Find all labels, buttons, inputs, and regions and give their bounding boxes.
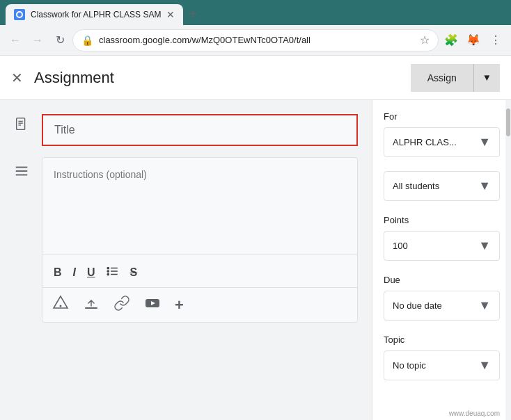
for-field-group: For ALPHR CLAS... ▼: [384, 111, 500, 157]
due-label: Due: [384, 275, 500, 285]
right-panel: For ALPHR CLAS... ▼ All students ▼ Point…: [372, 100, 511, 420]
upload-button[interactable]: [81, 293, 101, 316]
scrollbar-thumb[interactable]: [506, 108, 510, 136]
topic-value: No topic: [393, 360, 426, 371]
instructions-input[interactable]: [42, 158, 357, 255]
document-icon: [14, 117, 31, 136]
watermark: www.deuaq.com: [449, 410, 500, 417]
students-field-group: All students ▼: [384, 171, 500, 201]
assign-dropdown-button[interactable]: ▼: [473, 64, 500, 92]
more-button[interactable]: +: [173, 295, 185, 316]
svg-point-13: [60, 305, 62, 307]
link-button[interactable]: [112, 293, 132, 316]
title-input[interactable]: [54, 124, 345, 136]
students-dropdown[interactable]: All students ▼: [384, 171, 500, 201]
tab-favicon: [14, 9, 25, 20]
points-label: Points: [384, 215, 500, 225]
class-dropdown[interactable]: ALPHR CLAS... ▼: [384, 127, 500, 157]
assign-button[interactable]: Assign: [411, 64, 473, 92]
attachment-toolbar: +: [42, 288, 357, 322]
points-field-group: Points 100 ▼: [384, 215, 500, 261]
formatting-toolbar: B I U S: [42, 258, 357, 288]
topic-field-group: Topic No topic ▼: [384, 334, 500, 380]
students-value: All students: [393, 181, 439, 191]
app-header: ✕ Assignment Assign ▼: [0, 56, 511, 100]
lock-icon: 🔒: [81, 35, 93, 46]
due-value: No due date: [393, 300, 442, 311]
close-button[interactable]: ✕: [11, 70, 23, 86]
form-area: B I U S: [42, 114, 358, 406]
topic-label: Topic: [384, 334, 500, 345]
browser-chrome: Classwork for ALPHR CLASS SAM ✕ + ← → ↻ …: [0, 0, 511, 56]
reload-button[interactable]: ↻: [50, 31, 70, 50]
svg-rect-14: [85, 307, 97, 309]
due-dropdown-arrow: ▼: [478, 298, 491, 313]
points-value: 100: [393, 241, 408, 251]
svg-rect-0: [17, 118, 25, 130]
left-icons: [14, 114, 31, 406]
strikethrough-button[interactable]: S: [127, 265, 141, 280]
profile-button[interactable]: 🦊: [464, 31, 483, 50]
topic-dropdown-arrow: ▼: [478, 358, 491, 373]
instructions-area: B I U S: [42, 157, 358, 323]
svg-point-11: [107, 270, 109, 272]
topic-dropdown[interactable]: No topic ▼: [384, 350, 500, 380]
class-dropdown-arrow: ▼: [478, 135, 491, 150]
tab-bar: Classwork for ALPHR CLASS SAM ✕ +: [0, 0, 511, 25]
tab-title: Classwork for ALPHR CLASS SAM: [31, 10, 161, 19]
svg-point-10: [107, 267, 109, 268]
points-dropdown-arrow: ▼: [478, 239, 491, 253]
scrollbar[interactable]: [505, 100, 511, 420]
bookmark-icon[interactable]: ☆: [420, 33, 430, 47]
points-dropdown[interactable]: 100 ▼: [384, 231, 500, 261]
extensions-button[interactable]: 🧩: [441, 31, 461, 50]
menu-button[interactable]: ⋮: [486, 31, 505, 50]
page-title: Assignment: [34, 69, 411, 87]
italic-button[interactable]: I: [70, 265, 79, 280]
active-tab[interactable]: Classwork for ALPHR CLASS SAM ✕: [6, 4, 183, 25]
left-panel: B I U S: [0, 100, 372, 420]
nav-bar: ← → ↻ 🔒 classroom.google.com/w/MzQ0OTEwN…: [0, 25, 511, 56]
menu-lines-icon: [14, 163, 31, 182]
underline-button[interactable]: U: [84, 265, 98, 280]
new-tab-button[interactable]: +: [189, 6, 197, 22]
students-dropdown-arrow: ▼: [478, 179, 491, 193]
bold-button[interactable]: B: [51, 265, 65, 280]
youtube-button[interactable]: [143, 293, 162, 316]
drive-attach-button[interactable]: [51, 293, 70, 316]
due-field-group: Due No due date ▼: [384, 275, 500, 321]
svg-point-12: [107, 273, 109, 275]
url-text: classroom.google.com/w/MzQ0OTEwNTc0OTA0/…: [99, 35, 414, 45]
back-button[interactable]: ←: [6, 31, 25, 50]
address-bar[interactable]: 🔒 classroom.google.com/w/MzQ0OTEwNTc0OTA…: [72, 29, 439, 51]
forward-button[interactable]: →: [28, 31, 47, 50]
main-content: B I U S: [0, 100, 511, 420]
nav-icons: 🧩 🦊 ⋮: [441, 31, 505, 50]
tab-close-button[interactable]: ✕: [166, 9, 175, 20]
assign-button-group: Assign ▼: [411, 64, 500, 92]
for-label: For: [384, 111, 500, 122]
title-field[interactable]: [42, 114, 358, 146]
list-button[interactable]: [104, 264, 122, 282]
class-value: ALPHR CLAS...: [393, 137, 457, 147]
due-dropdown[interactable]: No due date ▼: [384, 291, 500, 321]
